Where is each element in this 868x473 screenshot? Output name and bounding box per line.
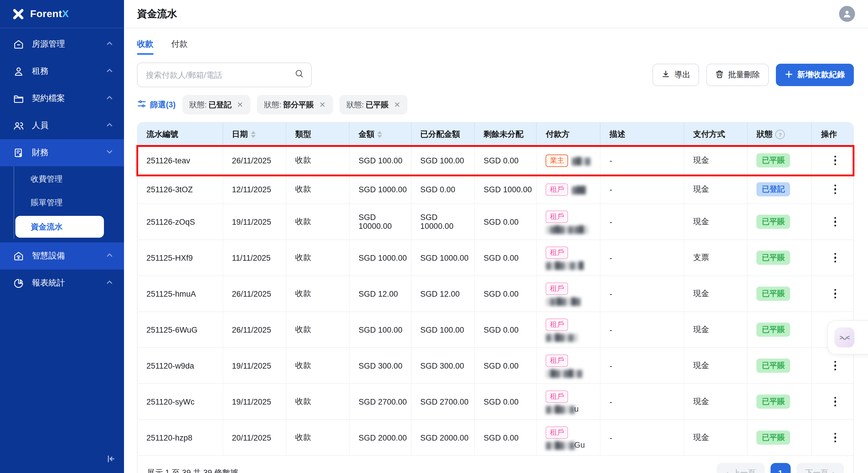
tab-payments[interactable]: 付款 xyxy=(171,35,188,55)
table-row[interactable]: 251126-3tOZ 12/11/2025 收款 SGD 1000.00 SG… xyxy=(137,175,853,204)
cell-type: 收款 xyxy=(286,204,349,240)
chevron-up-icon xyxy=(106,67,113,76)
export-button[interactable]: 導出 xyxy=(652,64,699,86)
cell-flow-id: 251120-syWc xyxy=(137,384,223,419)
col-type: 類型 xyxy=(286,123,349,146)
kebab-menu-icon[interactable] xyxy=(821,361,850,371)
payer-name: ▓▒█▓▒ ▓▒█ xyxy=(546,260,583,269)
col-remaining: 剩餘未分配 xyxy=(474,123,537,146)
cell-amount: SGD 1000.00 xyxy=(349,240,411,276)
sort-icon[interactable] xyxy=(377,131,382,138)
sort-icon[interactable] xyxy=(251,131,255,138)
tab-receipts[interactable]: 收款 xyxy=(137,35,154,55)
payer-name: ▓▒█▓ ▒▓Gu xyxy=(546,440,585,449)
status-badge: 已登記 xyxy=(757,182,790,196)
help-icon[interactable]: ? xyxy=(776,130,785,139)
payer-tag: 租戶 xyxy=(546,426,568,439)
sidebar-collapse-icon[interactable] xyxy=(106,454,116,466)
table-row[interactable]: 251120-hzp8 20/11/2025 收款 SGD 2000.00 SG… xyxy=(137,419,853,455)
payer-name: ▓▒█▓▒▓▒ xyxy=(546,332,578,341)
cell-amount: SGD 100.00 xyxy=(349,146,411,175)
kebab-menu-icon[interactable] xyxy=(821,156,850,165)
cell-remaining: SGD 0.00 xyxy=(474,419,537,455)
close-icon[interactable]: ✕ xyxy=(319,100,326,109)
cell-status: 已平賬 xyxy=(748,348,812,384)
table-body: 251126-teav 26/11/2025 收款 SGD 100.00 SGD… xyxy=(137,146,853,455)
status-badge: 已平賬 xyxy=(757,153,790,168)
table-row[interactable]: 251125-6WuG 26/11/2025 收款 SGD 100.00 SGD… xyxy=(137,312,853,348)
sidebar-item-properties[interactable]: 房源管理 xyxy=(0,31,124,58)
sidebar-item-personnel[interactable]: 人員 xyxy=(0,112,124,139)
table-row[interactable]: 251125-hmuA 26/11/2025 收款 SGD 12.00 SGD … xyxy=(137,276,853,312)
cell-amount: SGD 100.00 xyxy=(349,312,411,348)
bulk-delete-button[interactable]: 批量刪除 xyxy=(706,64,769,86)
payer-name: ▓█▒▓ xyxy=(572,156,590,165)
table-row[interactable]: 251126-teav 26/11/2025 收款 SGD 100.00 SGD… xyxy=(137,146,853,175)
cell-flow-id: 251120-w9da xyxy=(137,348,223,384)
close-icon[interactable]: ✕ xyxy=(237,100,243,109)
cell-status: 已平賬 xyxy=(748,204,812,240)
cell-remaining: SGD 1000.00 xyxy=(474,175,537,204)
sidebar: ForentX 房源管理 租務 契約檔案 人員 xyxy=(0,0,124,473)
search-input[interactable] xyxy=(145,70,290,80)
cell-actions xyxy=(812,384,853,419)
cell-remaining: SGD 0.00 xyxy=(474,348,537,384)
table-row[interactable]: 251120-syWc 19/11/2025 收款 SGD 2700.00 SG… xyxy=(137,384,853,419)
kebab-menu-icon[interactable] xyxy=(821,253,850,263)
sidebar-subitem-charges[interactable]: 收費管理 xyxy=(0,168,124,191)
sidebar-item-contracts[interactable]: 契約檔案 xyxy=(0,85,124,112)
folder-icon xyxy=(13,93,24,104)
cell-date: 11/11/2025 xyxy=(223,240,286,276)
kebab-menu-icon[interactable] xyxy=(821,289,850,299)
payer-tag: 業主 xyxy=(546,154,568,167)
cell-flow-id: 251126-3tOZ xyxy=(137,175,223,204)
filter-button[interactable]: 篩選(3) xyxy=(137,99,176,110)
sidebar-item-finance[interactable]: $ 財務 xyxy=(0,139,124,166)
col-actions: 操作 xyxy=(812,123,853,146)
cell-date: 19/11/2025 xyxy=(223,204,286,240)
close-icon[interactable]: ✕ xyxy=(394,100,400,109)
user-avatar[interactable] xyxy=(839,6,855,22)
next-page-button[interactable]: 下一頁 › xyxy=(796,463,844,473)
table-row[interactable]: 251125-HXf9 11/11/2025 收款 SGD 1000.00 SG… xyxy=(137,240,853,276)
cell-remaining: SGD 0.00 xyxy=(474,204,537,240)
kebab-menu-icon[interactable] xyxy=(821,217,850,227)
cell-flow-id: 251120-hzp8 xyxy=(137,419,223,455)
finance-submenu: 收費管理 賬單管理 資金流水 xyxy=(0,166,124,242)
sidebar-subitem-bills[interactable]: 賬單管理 xyxy=(0,191,124,215)
prev-page-button[interactable]: ‹ 上一頁 xyxy=(717,463,765,473)
logo[interactable]: ForentX xyxy=(0,0,124,28)
sidebar-item-tenancy[interactable]: 租務 xyxy=(0,58,124,85)
payer-tag: 租戶 xyxy=(546,318,568,331)
kebab-menu-icon[interactable] xyxy=(821,184,850,194)
sidebar-subitem-cashflow[interactable]: 資金流水 xyxy=(16,216,104,238)
sidebar-item-reports[interactable]: 報表統計 xyxy=(0,270,124,297)
main-area: 資金流水 收款 付款 導出 xyxy=(124,0,868,473)
cell-amount: SGD 300.00 xyxy=(349,348,411,384)
kebab-menu-icon[interactable] xyxy=(821,433,850,443)
sidebar-item-smart-devices[interactable]: 智慧設備 xyxy=(0,242,124,270)
cell-flow-id: 251125-HXf9 xyxy=(137,240,223,276)
search-icon[interactable] xyxy=(294,69,304,81)
cell-amount: SGD 1000.00 xyxy=(349,175,411,204)
cell-actions xyxy=(812,419,853,455)
col-amount[interactable]: 金額 xyxy=(349,123,411,146)
tabs: 收款 付款 xyxy=(137,35,854,55)
sidebar-item-label: 報表統計 xyxy=(32,278,98,289)
payer-tag: 租戶 xyxy=(546,246,568,259)
chevron-up-icon xyxy=(106,251,113,261)
cell-description: - xyxy=(600,312,684,348)
cell-actions xyxy=(812,146,853,175)
add-receipt-button[interactable]: 新增收款紀錄 xyxy=(776,64,854,86)
kebab-menu-icon[interactable] xyxy=(821,397,850,407)
cell-payment-method: 現金 xyxy=(684,146,748,175)
assistant-widget[interactable]: >ᴗ< xyxy=(827,320,868,354)
col-status: 狀態? xyxy=(748,123,812,146)
page-number-button[interactable]: 1 xyxy=(770,463,790,473)
filter-chip: 狀態:已登記 ✕ xyxy=(182,95,250,114)
cell-flow-id: 251125-hmuA xyxy=(137,276,223,312)
col-date[interactable]: 日期 xyxy=(223,123,286,146)
filter-sliders-icon xyxy=(137,99,147,110)
table-row[interactable]: 251126-zOqS 19/11/2025 收款 SGD 10000.00 S… xyxy=(137,204,853,240)
table-row[interactable]: 251120-w9da 19/11/2025 收款 SGD 300.00 SGD… xyxy=(137,348,853,384)
